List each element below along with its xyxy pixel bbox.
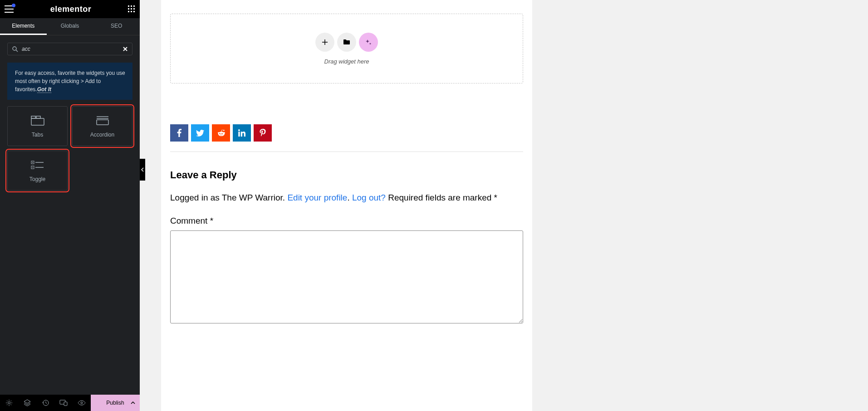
search-icon <box>12 46 18 52</box>
facebook-icon <box>177 129 181 137</box>
search-row <box>0 35 140 63</box>
svg-rect-12 <box>36 116 40 118</box>
drop-zone[interactable]: Drag widget here <box>170 14 523 83</box>
svg-rect-7 <box>131 11 132 12</box>
tip-gotit-button[interactable]: Got It <box>37 86 51 93</box>
chevron-left-icon <box>141 167 144 172</box>
add-template-button[interactable] <box>337 33 356 52</box>
navigator-button[interactable] <box>18 395 36 411</box>
widget-toggle[interactable]: Toggle <box>7 151 68 191</box>
tab-elements[interactable]: Elements <box>0 18 47 35</box>
publish-options-button[interactable] <box>131 401 135 404</box>
share-reddit-button[interactable] <box>212 124 230 142</box>
preview-button[interactable] <box>73 395 91 411</box>
layers-icon <box>24 399 31 406</box>
share-pinterest-button[interactable] <box>254 124 272 142</box>
add-section-button[interactable] <box>315 33 334 52</box>
svg-point-20 <box>81 402 83 404</box>
plus-icon <box>322 39 328 45</box>
svg-rect-2 <box>133 5 135 7</box>
publish-label: Publish <box>106 400 124 406</box>
edit-profile-link[interactable]: Edit your profile <box>287 193 347 202</box>
share-twitter-button[interactable] <box>191 124 209 142</box>
svg-rect-1 <box>131 5 132 7</box>
svg-rect-13 <box>97 120 108 125</box>
comment-textarea[interactable] <box>170 230 523 323</box>
tabs-icon <box>31 116 44 126</box>
widget-label: Tabs <box>32 132 43 138</box>
tab-globals[interactable]: Globals <box>47 18 93 35</box>
pinterest-icon <box>260 129 266 137</box>
separator-text: . <box>347 193 352 202</box>
sparkle-icon <box>365 39 372 46</box>
grid-icon <box>128 5 135 13</box>
folder-icon <box>343 39 350 45</box>
reddit-icon <box>217 129 225 137</box>
svg-point-16 <box>8 402 10 404</box>
drop-zone-text: Drag widget here <box>324 58 369 65</box>
accordion-icon <box>96 116 109 126</box>
page-content: Drag widget here Leave a Reply Logged in… <box>161 0 532 411</box>
share-linkedin-button[interactable] <box>233 124 251 142</box>
social-share-row <box>170 124 523 142</box>
notification-dot-icon <box>12 4 15 7</box>
history-icon <box>42 399 49 406</box>
widgets-grid: Tabs Accordion Toggle <box>0 106 140 191</box>
logo: elementor <box>50 5 92 14</box>
elementor-sidebar: elementor Elements Globals SEO For easy … <box>0 0 140 411</box>
svg-rect-4 <box>131 8 132 10</box>
search-box <box>7 43 132 55</box>
svg-rect-6 <box>128 11 129 12</box>
gear-icon <box>5 399 13 406</box>
divider <box>170 152 523 152</box>
svg-rect-10 <box>31 118 44 125</box>
comment-label: Comment * <box>170 216 523 226</box>
logged-in-prefix: Logged in as The WP Warrior. <box>170 193 287 202</box>
eye-icon <box>78 400 86 406</box>
required-suffix: Required fields are marked * <box>386 193 497 202</box>
collapse-panel-button[interactable] <box>140 159 145 181</box>
chevron-up-icon <box>131 401 135 404</box>
svg-rect-11 <box>31 116 35 118</box>
editor-canvas: Drag widget here Leave a Reply Logged in… <box>140 0 868 411</box>
svg-rect-5 <box>133 8 135 10</box>
widget-accordion[interactable]: Accordion <box>72 106 132 146</box>
apps-button[interactable] <box>128 5 135 13</box>
sidebar-header: elementor <box>0 0 140 18</box>
sidebar-footer: Publish <box>0 395 140 411</box>
close-icon <box>123 47 128 51</box>
share-facebook-button[interactable] <box>170 124 188 142</box>
tip-text: For easy access, favorite the widgets yo… <box>15 70 125 93</box>
svg-rect-8 <box>133 11 135 12</box>
favorites-tip: For easy access, favorite the widgets yo… <box>7 63 132 100</box>
tab-seo[interactable]: SEO <box>93 18 140 35</box>
search-input[interactable] <box>22 46 123 52</box>
panel-tabs: Elements Globals SEO <box>0 18 140 35</box>
ai-button[interactable] <box>359 33 378 52</box>
toggle-icon <box>31 160 44 170</box>
publish-button[interactable]: Publish <box>91 395 140 411</box>
responsive-button[interactable] <box>54 395 73 411</box>
svg-rect-19 <box>64 402 67 406</box>
twitter-icon <box>196 130 204 137</box>
clear-search-button[interactable] <box>123 47 128 51</box>
widget-tabs[interactable]: Tabs <box>7 106 68 146</box>
svg-rect-3 <box>128 8 129 10</box>
widget-label: Accordion <box>90 132 114 138</box>
linkedin-icon <box>238 129 245 137</box>
logged-in-text: Logged in as The WP Warrior. Edit your p… <box>170 191 523 204</box>
responsive-icon <box>59 400 68 406</box>
reply-heading: Leave a Reply <box>170 169 523 181</box>
menu-button[interactable] <box>5 5 14 13</box>
svg-point-9 <box>13 47 16 50</box>
logout-link[interactable]: Log out? <box>352 193 386 202</box>
widget-label: Toggle <box>29 176 45 182</box>
svg-rect-0 <box>128 5 129 7</box>
history-button[interactable] <box>36 395 54 411</box>
settings-button[interactable] <box>0 395 18 411</box>
